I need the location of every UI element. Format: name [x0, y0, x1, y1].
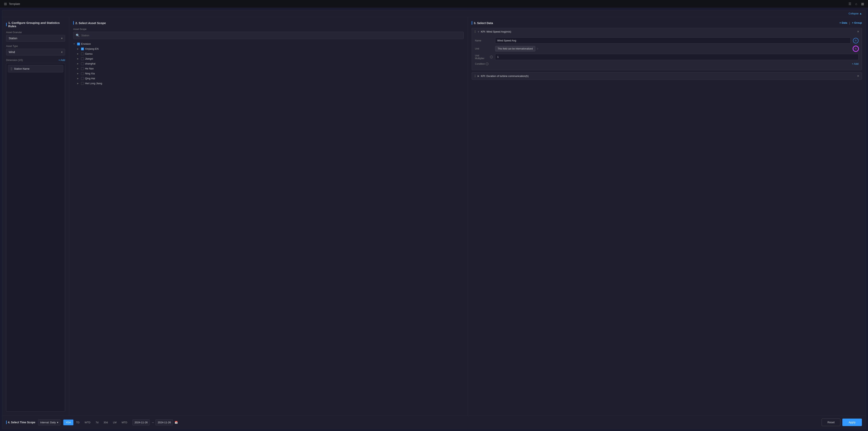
tree-arrow-qinghai: ▶ [77, 77, 80, 80]
apply-button[interactable]: Apply [842, 419, 862, 426]
tab-lm[interactable]: LM [111, 420, 119, 425]
kpi2-title: KPI: Duration of turbine communication(h… [481, 74, 856, 78]
checkbox-gansu[interactable] [81, 53, 84, 55]
checkbox-henan[interactable] [81, 67, 84, 70]
interval-label: Interval: Daily [40, 421, 56, 424]
list-icon[interactable]: ☰ [848, 2, 851, 6]
title-bar-1 [6, 23, 7, 26]
tab-yda[interactable]: YDA [63, 420, 73, 425]
tab-wtd[interactable]: WTD [82, 420, 93, 425]
calendar-icon[interactable]: 📅 [175, 421, 178, 424]
tree-item-xinjiang[interactable]: ▶ Xinjiang-EN [77, 47, 464, 51]
tree-label-xinjiang: Xinjiang-EN [85, 47, 99, 50]
condition-info-icon[interactable]: i [486, 63, 489, 65]
kpi1-chevron[interactable]: ∨ [477, 30, 479, 33]
tree-item-heilongjiang[interactable]: ▶ Hei Long Jiang [77, 81, 464, 86]
kpi1-multiplier-row: Unit Multiplier i [475, 54, 859, 60]
main-panel: Collapse ▲ 1. Configure Grouping and Sta… [2, 10, 866, 429]
tree-label-qinghai: Qing Hai [85, 77, 95, 80]
title-bar-4 [6, 421, 7, 424]
section1-title: 1. Configure Grouping and Statistics Rul… [6, 21, 65, 28]
kpi1-unit-refresh-button[interactable]: ↻ [853, 46, 859, 52]
search-input[interactable] [81, 34, 461, 37]
tree-label-henan: He Nan [85, 67, 94, 70]
checkbox-heilongjiang[interactable] [81, 82, 84, 85]
tree-container: ▼ Envision ▶ Xinjiang-EN ▶ Gan [73, 41, 464, 86]
kpi1-name-refresh-button[interactable]: ↻ [853, 38, 859, 43]
chevron-down-icon: ▾ [61, 37, 63, 40]
date-range: 2024-11-26 → 2024-11-26 📅 [132, 419, 178, 426]
kpi1-multiplier-input[interactable] [495, 54, 859, 60]
tab-30d[interactable]: 30d [101, 420, 110, 425]
home-icon[interactable]: ⌂ [855, 2, 857, 6]
tree-item-gansu[interactable]: ▶ Gansu [77, 51, 464, 56]
tree-item-jiangxi[interactable]: ▶ Jiangxi [77, 56, 464, 61]
tree-item-ningxia[interactable]: ▶ Ning Xia [77, 71, 464, 76]
asset-type-select[interactable]: Wind ▾ [6, 49, 65, 55]
tree-item-henan[interactable]: ▶ He Nan [77, 66, 464, 71]
tree-arrow-heilongjiang: ▶ [77, 82, 80, 85]
kpi1-multiplier-label: Unit Multiplier i [475, 54, 493, 60]
multiplier-info-icon[interactable]: i [490, 56, 493, 58]
checkbox-jiangxi[interactable] [81, 57, 84, 60]
checkbox-shanghai[interactable] [81, 62, 84, 65]
search-icon: 🔍 [76, 34, 80, 37]
tree-arrow-shanghai: ▶ [77, 63, 80, 65]
date-start-input[interactable]: 2024-11-26 [132, 419, 150, 426]
dimension-box: ⣿ Station Name [6, 63, 65, 412]
tree-arrow-xinjiang: ▶ [77, 48, 80, 50]
checkbox-qinghai[interactable] [81, 77, 84, 80]
tab-7d[interactable]: 7d [93, 420, 101, 425]
section-asset-scope: 2. Select Asset Scope Asset Scope 🔍 ▼ En… [69, 17, 468, 415]
tooltip-arrow-icon [537, 48, 538, 50]
kpi1-close-button[interactable]: ✕ [857, 30, 859, 33]
logo-icon: ⊞ [4, 2, 7, 6]
reset-button[interactable]: Reset [822, 419, 840, 426]
dimension-add-button[interactable]: + Add [58, 59, 65, 62]
panel-header: Collapse ▲ [2, 10, 866, 17]
kpi2-header: ⣿ ▶ KPI: Duration of turbine communicati… [472, 72, 862, 80]
add-group-button[interactable]: + Group [852, 21, 862, 25]
tree-item-qinghai[interactable]: ▶ Qing Hai [77, 76, 464, 81]
dimension-label: Dimension (1/5) [6, 59, 23, 62]
tree-label-jiangxi: Jiangxi [85, 57, 93, 60]
chevron-up-icon: ▲ [859, 12, 862, 15]
asset-granular-value: Station [9, 37, 18, 40]
dimension-item[interactable]: ⣿ Station Name [8, 65, 63, 72]
kpi1-name-row: Name Wind Speed Avg ↻ [475, 37, 859, 43]
kpi-block-2: ⣿ ▶ KPI: Duration of turbine communicati… [472, 72, 862, 80]
tree-label-gansu: Gansu [85, 52, 93, 55]
asset-granular-select[interactable]: Station ▾ [6, 35, 65, 42]
layout-icon[interactable]: ▦ [861, 2, 864, 6]
kpi1-condition-add-button[interactable]: + Add [852, 62, 859, 65]
kpi2-close-button[interactable]: ✕ [857, 74, 859, 78]
checkbox-ningxia[interactable] [81, 72, 84, 75]
dimension-header: Dimension (1/5) + Add [6, 59, 65, 62]
interval-select[interactable]: Interval: Daily ▾ [38, 419, 61, 426]
kpi-block-1: ⣿ ∨ KPI: Wind Speed Avg(m/s) ✕ Name Wind… [472, 28, 862, 70]
kpi1-name-input[interactable]: Wind Speed Avg [495, 37, 851, 43]
tab-td[interactable]: TD [74, 420, 82, 425]
panel-body: 1. Configure Grouping and Statistics Rul… [2, 17, 866, 415]
kpi2-chevron[interactable]: ▶ [477, 74, 479, 77]
app-logo-area: ⊞ Template [4, 2, 20, 6]
top-bar: ⊞ Template ☰ ⌂ ▦ [0, 0, 868, 8]
tab-mtd[interactable]: MTD [119, 420, 130, 425]
kpi1-unit-label: Unit [475, 47, 493, 50]
kpi1-name-value: Wind Speed Avg [497, 39, 516, 42]
date-arrow-icon: → [151, 421, 154, 424]
top-bar-actions: ☰ ⌂ ▦ [848, 2, 864, 6]
app-title: Template [9, 2, 20, 5]
collapse-button[interactable]: Collapse ▲ [849, 12, 862, 15]
tree-item-shanghai[interactable]: ▶ shanghai [77, 61, 464, 66]
date-end-input[interactable]: 2024-11-26 [155, 419, 173, 426]
tree-arrow-root: ▼ [73, 43, 76, 45]
tree-children: ▶ Xinjiang-EN ▶ Gansu ▶ Jiangxi [73, 47, 464, 86]
section3-title-text: 3. Select Data [474, 21, 493, 25]
add-data-button[interactable]: + Data [839, 21, 847, 25]
kpi1-condition-row: Condition i + Add [475, 62, 859, 65]
asset-granular-select-wrapper: Station ▾ [6, 35, 65, 42]
tree-root[interactable]: ▼ Envision [73, 41, 464, 47]
checkbox-xinjiang[interactable] [81, 48, 84, 50]
envision-dot [77, 42, 80, 45]
